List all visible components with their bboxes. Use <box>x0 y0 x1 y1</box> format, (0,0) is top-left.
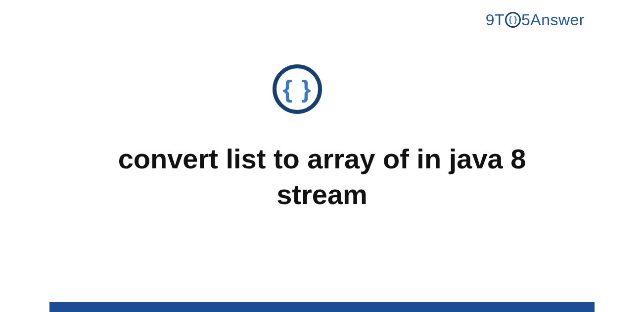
page-title: convert list to array of in java 8 strea… <box>70 141 574 212</box>
logo-braces-icon: { } <box>505 12 521 28</box>
logo-text-9t: 9T <box>486 11 505 29</box>
logo-text-5answer: 5Answer <box>521 11 585 29</box>
main-content: { } convert list to array of in java 8 s… <box>0 64 644 212</box>
site-logo: 9T { } 5Answer <box>486 11 585 29</box>
logo-braces-glyph: { } <box>509 16 517 24</box>
code-braces-icon: { } <box>273 64 322 114</box>
bottom-accent-bar <box>49 302 595 312</box>
main-braces-glyph: { } <box>283 77 312 102</box>
